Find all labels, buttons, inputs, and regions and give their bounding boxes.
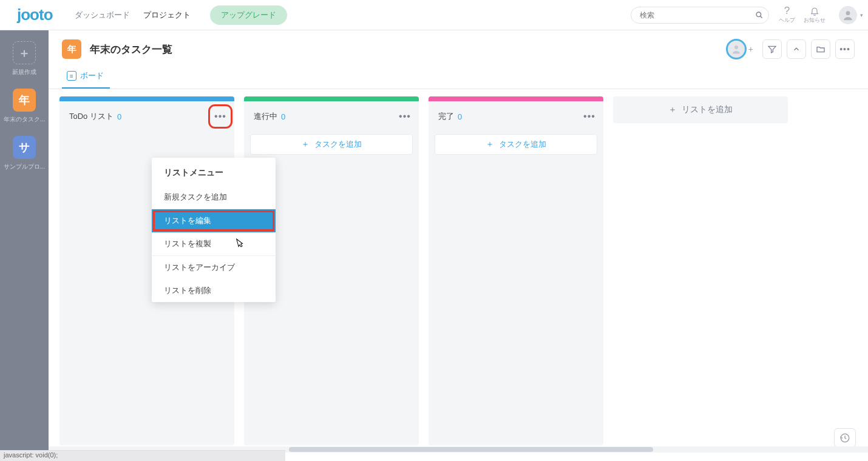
svg-line-1 (761, 16, 762, 18)
list-menu-dropdown: リストメニュー 新規タスクを追加 リストを編集 リストを複製 リストをアーカイブ… (152, 158, 276, 302)
list-stripe (429, 96, 603, 101)
rail-create[interactable]: ＋ 新規作成 (12, 41, 36, 76)
status-bar: javascript: void(0); (0, 450, 285, 461)
rail-project-1[interactable]: 年 年末のタスク... (4, 89, 45, 124)
notifications-label: お知らせ (804, 16, 826, 24)
history-button[interactable] (834, 428, 856, 448)
rail-project-2[interactable]: サ サンプルプロ... (4, 136, 45, 171)
dropdown-title: リストメニュー (152, 158, 276, 186)
board-title: 年末のタスク一覧 (90, 42, 717, 56)
list-count: 0 (117, 112, 121, 121)
menu-archive-list[interactable]: リストをアーカイブ (152, 256, 276, 279)
dots-icon: ••• (214, 111, 226, 122)
rail-badge-2: サ (13, 136, 36, 159)
add-list-label: リストを追加 (682, 104, 733, 115)
caret-down-icon: ▾ (860, 12, 863, 18)
rail-create-label: 新規作成 (12, 68, 36, 76)
header-icons: ? ヘルプ お知らせ ▾ (779, 5, 857, 24)
board-view-tabs: ≡ ボード (62, 66, 855, 89)
svg-point-2 (846, 11, 850, 15)
list-done: 完了 0 ••• ＋ タスクを追加 (429, 96, 603, 445)
list-count: 0 (458, 112, 462, 121)
add-task-label: タスクを追加 (314, 139, 362, 150)
nav-project[interactable]: プロジェクト (143, 10, 191, 21)
menu-duplicate-list[interactable]: リストを複製 (152, 232, 276, 255)
folder-icon (816, 44, 826, 54)
list-count: 0 (281, 112, 285, 121)
add-task-label: タスクを追加 (499, 139, 546, 150)
board-title-row: 年 年末のタスク一覧 + ••• (62, 39, 855, 59)
list-body: ＋ タスクを追加 (244, 129, 419, 160)
search-input[interactable] (631, 7, 769, 24)
list-stripe (244, 96, 419, 101)
board-actions: + ••• (726, 39, 855, 59)
list-name: 進行中 (254, 111, 277, 122)
list-name: ToDo リスト (69, 111, 114, 122)
main-area: 年 年末のタスク一覧 + ••• (49, 30, 868, 461)
search-icon[interactable] (755, 11, 764, 19)
board-menu-button[interactable]: ••• (835, 39, 855, 59)
list-stripe (59, 96, 234, 101)
user-avatar[interactable]: ▾ (839, 6, 857, 24)
notifications-button[interactable]: お知らせ (804, 6, 826, 24)
add-task-button[interactable]: ＋ タスクを追加 (435, 134, 597, 155)
board-badge: 年 (62, 39, 81, 59)
history-icon (839, 432, 850, 443)
plus-icon: ＋ (668, 104, 677, 115)
upgrade-button[interactable]: アップグレード (210, 5, 287, 25)
search-box (631, 7, 769, 24)
plus-icon: ＋ (13, 41, 36, 64)
list-head: 進行中 0 ••• (244, 101, 419, 129)
list-body: ＋ タスクを追加 (59, 129, 234, 160)
list-menu-button[interactable]: ••• (214, 110, 227, 123)
list-menu-button[interactable]: ••• (583, 110, 596, 123)
help-button[interactable]: ? ヘルプ (779, 5, 795, 24)
rail-label-2: サンプルプロ... (4, 163, 45, 171)
plus-icon: + (748, 44, 753, 54)
filter-button[interactable] (762, 39, 782, 59)
tab-board[interactable]: ≡ ボード (62, 66, 110, 89)
menu-edit-list[interactable]: リストを編集 (152, 209, 276, 232)
add-member-button[interactable]: + (726, 39, 747, 59)
filter-icon (767, 44, 777, 54)
left-rail: ＋ 新規作成 年 年末のタスク... サ サンプルプロ... (0, 30, 49, 461)
top-header: jooto ダッシュボード プロジェクト アップグレード ? ヘルプ お知らせ … (0, 0, 868, 30)
dots-icon: ••• (583, 111, 595, 122)
rail-badge-1: 年 (13, 89, 36, 112)
add-list-button[interactable]: ＋ リストを追加 (613, 96, 788, 123)
svg-point-3 (734, 45, 738, 49)
board-icon: ≡ (67, 71, 76, 81)
tab-board-label: ボード (80, 70, 104, 81)
menu-add-task[interactable]: 新規タスクを追加 (152, 186, 276, 209)
nav-dashboard[interactable]: ダッシュボード (75, 10, 130, 21)
scrollbar-thumb[interactable] (289, 447, 653, 452)
bell-icon (810, 6, 819, 16)
help-label: ヘルプ (779, 16, 795, 24)
top-nav: ダッシュボード プロジェクト アップグレード (75, 5, 287, 25)
dots-icon: ••• (399, 111, 411, 122)
plus-icon: ＋ (301, 139, 310, 150)
board-header: 年 年末のタスク一覧 + ••• (49, 30, 868, 89)
add-task-button[interactable]: ＋ タスクを追加 (250, 134, 413, 155)
collapse-button[interactable] (787, 39, 806, 59)
list-body: ＋ タスクを追加 (429, 129, 603, 160)
dots-icon: ••• (839, 44, 850, 54)
list-name: 完了 (438, 111, 454, 122)
folder-button[interactable] (811, 39, 830, 59)
menu-delete-list[interactable]: リストを削除 (152, 279, 276, 302)
svg-point-0 (756, 12, 761, 17)
plus-icon: ＋ (486, 139, 494, 150)
rail-label-1: 年末のタスク... (4, 115, 45, 124)
logo[interactable]: jooto (17, 5, 53, 24)
list-menu-button[interactable]: ••• (398, 110, 412, 123)
chevron-up-icon (792, 45, 801, 53)
list-head: ToDo リスト 0 ••• (59, 101, 234, 129)
list-head: 完了 0 ••• (429, 101, 603, 129)
help-icon: ? (784, 5, 790, 16)
